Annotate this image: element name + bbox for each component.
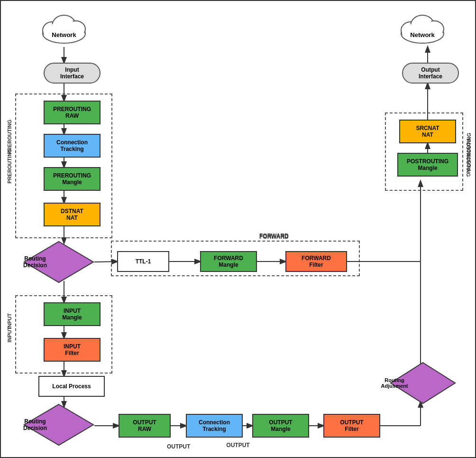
output-interface-label: OutputInterface: [419, 66, 442, 80]
prerouting-raw-node: PREROUTINGRAW: [44, 101, 101, 124]
postrouting-mangle-node: POSTROUTINGMangle: [397, 153, 458, 177]
network-in-cloud: Network: [36, 8, 92, 46]
output-raw-label: OUTPUTRAW: [133, 419, 156, 432]
input-filter-node: INPUTFilter: [44, 338, 101, 362]
local-process-label: Local Process: [52, 383, 91, 390]
forward-filter-node: FORWARDFilter: [285, 251, 347, 272]
network-out-cloud: Network: [394, 8, 451, 46]
local-process-node: Local Process: [38, 376, 105, 397]
conn-track-out-label: ConnectionTracking: [199, 419, 230, 432]
input-side-label: INPUT: [7, 313, 12, 329]
diagram: PREROUTING INPUT POSTROUTING OUTPUT FORW…: [0, 0, 476, 458]
routing-decision1-container: RoutingDecision: [23, 241, 94, 283]
output-raw-node: OUTPUTRAW: [119, 414, 171, 438]
input-interface-label: Input Interface: [60, 66, 84, 80]
input-mangle-node: INPUTMangle: [44, 302, 101, 326]
ttl-node: TTL-1: [117, 251, 169, 272]
prerouting-mangle-label: PREROUTINGMangle: [53, 172, 91, 186]
ttl-label: TTL-1: [136, 258, 151, 265]
postrouting-side-label: POSTROUTING: [466, 139, 471, 177]
svg-text:Network: Network: [52, 31, 76, 38]
forward-mangle-label: FORWARDMangle: [214, 255, 243, 268]
prerouting-mangle-node: PREROUTINGMangle: [44, 167, 101, 191]
svg-marker-45: [391, 363, 455, 403]
output-mangle-node: OUTPUTMangle: [252, 414, 309, 438]
conn-track-pre-node: ConnectionTracking: [44, 134, 101, 158]
input-filter-label: INPUTFilter: [64, 343, 81, 356]
conn-track-out-node: ConnectionTracking: [186, 414, 243, 438]
output-filter-label: OUTPUTFilter: [340, 419, 363, 432]
postrouting-mangle-label: POSTROUTINGMangle: [407, 158, 449, 171]
forward-mangle-node: FORWARDMangle: [200, 251, 257, 272]
svg-marker-44: [24, 404, 93, 445]
routing-decision2-container: RoutingDecision: [23, 403, 94, 446]
conn-track-pre-label: ConnectionTracking: [56, 139, 88, 152]
forward-filter-label: FORWARDFilter: [302, 255, 331, 268]
prerouting-side-label: PREROUTING: [7, 120, 12, 154]
output-filter-node: OUTPUTFilter: [323, 414, 380, 438]
forward-top-label: FORWARD: [259, 234, 289, 240]
dstnat-node: DSTNATNAT: [44, 203, 101, 226]
svg-text:Network: Network: [410, 31, 435, 38]
output-interface-node: OutputInterface: [402, 63, 459, 84]
srcnat-label: SRCNATNAT: [416, 125, 439, 138]
output-bottom-label: OUTPUT: [167, 443, 190, 450]
output-mangle-label: OUTPUTMangle: [269, 419, 292, 432]
svg-marker-43: [24, 242, 93, 282]
routing-adjustment-container: RoutingAdjusment: [390, 362, 456, 404]
input-interface-node: Input Interface: [44, 63, 101, 84]
input-mangle-label: INPUTMangle: [62, 308, 82, 321]
prerouting-raw-label: PREROUTINGRAW: [53, 106, 91, 119]
srcnat-node: SRCNATNAT: [399, 120, 456, 143]
dstnat-label: DSTNATNAT: [61, 208, 83, 221]
